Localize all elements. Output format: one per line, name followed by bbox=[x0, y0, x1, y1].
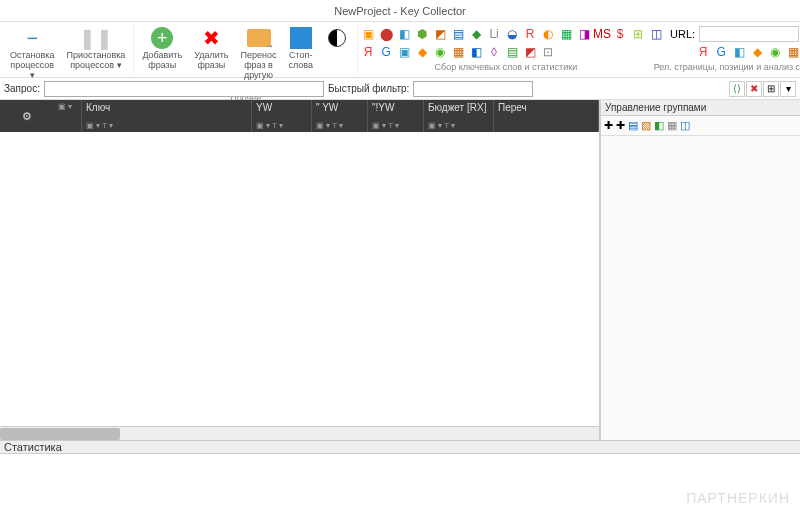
strip-label: Сбор ключевых слов и статистики bbox=[360, 62, 652, 72]
tool-icon[interactable]: ◐ bbox=[540, 26, 556, 42]
stats-header: Статистика bbox=[0, 440, 800, 454]
tool-icon[interactable]: ◉ bbox=[767, 44, 783, 60]
grid-body[interactable] bbox=[0, 132, 599, 426]
add-group-icon[interactable]: ✚ bbox=[604, 119, 613, 132]
tool-icon[interactable]: ▦ bbox=[450, 44, 466, 60]
tool-icon[interactable]: ▤ bbox=[504, 44, 520, 60]
filter-btn[interactable]: ✖ bbox=[746, 81, 762, 97]
col-yw2[interactable]: " YW▣ ▾ T ▾ bbox=[312, 100, 368, 132]
fastfilter-input[interactable] bbox=[413, 81, 533, 97]
group-tree bbox=[601, 136, 800, 440]
tool-icon[interactable]: ▤ bbox=[450, 26, 466, 42]
tool-icon[interactable]: ◩ bbox=[522, 44, 538, 60]
tool-icon[interactable]: ⊞ bbox=[630, 26, 646, 42]
tool-icon[interactable]: ▦ bbox=[667, 119, 677, 132]
col-yw3[interactable]: "!YW▣ ▾ T ▾ bbox=[368, 100, 424, 132]
stats-body: ПАРТНЕРКИН bbox=[0, 454, 800, 510]
tool-icon[interactable]: Li bbox=[486, 26, 502, 42]
tool-icon[interactable]: ◊ bbox=[486, 44, 502, 60]
stop-icon bbox=[289, 26, 313, 50]
pause-icon: ❚❚ bbox=[84, 26, 108, 50]
col-key[interactable]: Ключ▣ ▾ T ▾ bbox=[82, 100, 252, 132]
tool-icon[interactable]: ◆ bbox=[468, 26, 484, 42]
add-group-icon[interactable]: ✚ bbox=[616, 119, 625, 132]
tool-icon[interactable]: ▤ bbox=[628, 119, 638, 132]
filter-row: Запрос: Быстрый фильтр: ⟨⟩ ✖ ⊞ ▾ bbox=[0, 78, 800, 100]
tool-icon[interactable]: Я bbox=[695, 44, 711, 60]
tool-icon[interactable]: ◧ bbox=[396, 26, 412, 42]
tool-icon[interactable]: Я bbox=[360, 44, 376, 60]
filter-btn[interactable]: ⊞ bbox=[763, 81, 779, 97]
tool-icon[interactable]: G bbox=[713, 44, 729, 60]
toolbar-strip: ▣ ⬤ ◧ ⬢ ◩ ▤ ◆ Li ◒ R ◐ ▦ ◨ MS $ ⊞ ◫ URL:… bbox=[358, 24, 800, 74]
tool-icon[interactable]: ▣ bbox=[396, 44, 412, 60]
tool-icon[interactable]: ⊡ bbox=[540, 44, 556, 60]
url-note: Рел. страницы, позиции и анализ сайта bbox=[654, 62, 800, 72]
delete-icon: ✖ bbox=[199, 26, 223, 50]
ribbon-group-process: −Остановка процессов ▾ ❚❚Приостановка пр… bbox=[2, 24, 134, 75]
tool-icon[interactable]: ▣ bbox=[360, 26, 376, 42]
tool-icon[interactable]: ▧ bbox=[641, 119, 651, 132]
tool-icon[interactable]: $ bbox=[612, 26, 628, 42]
bw-icon bbox=[325, 26, 349, 50]
col-budget[interactable]: Бюджет [RX]▣ ▾ T ▾ bbox=[424, 100, 494, 132]
side-panel: Управление группами ✚ ✚ ▤ ▧ ◧ ▦ ◫ bbox=[600, 100, 800, 440]
grid: ⚙ ▣ ▾ Ключ▣ ▾ T ▾ YW▣ ▾ T ▾ " YW▣ ▾ T ▾ … bbox=[0, 100, 600, 440]
col-checkbox[interactable]: ▣ ▾ bbox=[54, 100, 82, 132]
pause-processes-button[interactable]: ❚❚Приостановка процессов ▾ bbox=[62, 24, 129, 83]
settings-icon[interactable]: ⚙ bbox=[0, 100, 54, 132]
tool-icon[interactable]: ◆ bbox=[414, 44, 430, 60]
filter-btn[interactable]: ⟨⟩ bbox=[729, 81, 745, 97]
grid-header: ⚙ ▣ ▾ Ключ▣ ▾ T ▾ YW▣ ▾ T ▾ " YW▣ ▾ T ▾ … bbox=[0, 100, 599, 132]
titlebar: NewProject - Key Collector bbox=[0, 0, 800, 22]
side-title: Управление группами bbox=[601, 100, 800, 116]
main: ⚙ ▣ ▾ Ключ▣ ▾ T ▾ YW▣ ▾ T ▾ " YW▣ ▾ T ▾ … bbox=[0, 100, 800, 440]
tool-icon[interactable]: ◧ bbox=[654, 119, 664, 132]
query-input[interactable] bbox=[44, 81, 324, 97]
side-tools: ✚ ✚ ▤ ▧ ◧ ▦ ◫ bbox=[601, 116, 800, 136]
plus-icon: + bbox=[150, 26, 174, 50]
ribbon-group-other: +Добавить фразы ✖Удалить фразы Перенос ф… bbox=[134, 24, 358, 75]
tool-icon[interactable]: ⬤ bbox=[378, 26, 394, 42]
fastfilter-label: Быстрый фильтр: bbox=[328, 83, 409, 94]
tool-icon[interactable]: ◩ bbox=[432, 26, 448, 42]
watermark: ПАРТНЕРКИН bbox=[686, 490, 790, 506]
tool-icon[interactable]: ◧ bbox=[468, 44, 484, 60]
ribbon: −Остановка процессов ▾ ❚❚Приостановка пр… bbox=[0, 22, 800, 78]
url-label: URL: bbox=[670, 28, 695, 40]
tool-icon[interactable]: ◫ bbox=[648, 26, 664, 42]
url-box: URL: 💡 bbox=[670, 26, 800, 42]
filter-buttons: ⟨⟩ ✖ ⊞ ▾ bbox=[729, 81, 796, 97]
tool-icon[interactable]: ⬢ bbox=[414, 26, 430, 42]
minus-icon: − bbox=[20, 26, 44, 50]
col-last[interactable]: Переч bbox=[494, 100, 599, 132]
tool-icon[interactable]: ◧ bbox=[731, 44, 747, 60]
col-yw[interactable]: YW▣ ▾ T ▾ bbox=[252, 100, 312, 132]
h-scrollbar[interactable] bbox=[0, 426, 599, 440]
tool-icon[interactable]: ◒ bbox=[504, 26, 520, 42]
tool-icon[interactable]: R bbox=[522, 26, 538, 42]
window-title: NewProject - Key Collector bbox=[0, 5, 800, 17]
tool-icon[interactable]: ▦ bbox=[785, 44, 800, 60]
tool-icon[interactable]: ◫ bbox=[680, 119, 690, 132]
tool-icon[interactable]: ◉ bbox=[432, 44, 448, 60]
folder-icon bbox=[247, 26, 271, 50]
tool-icon[interactable]: ▦ bbox=[558, 26, 574, 42]
filter-btn[interactable]: ▾ bbox=[780, 81, 796, 97]
tool-icon[interactable]: ◆ bbox=[749, 44, 765, 60]
url-input[interactable] bbox=[699, 26, 799, 42]
tool-icon[interactable]: G bbox=[378, 44, 394, 60]
query-label: Запрос: bbox=[4, 83, 40, 94]
stop-processes-button[interactable]: −Остановка процессов ▾ bbox=[6, 24, 58, 83]
tool-icon[interactable]: ◨ bbox=[576, 26, 592, 42]
tool-icon[interactable]: MS bbox=[594, 26, 610, 42]
